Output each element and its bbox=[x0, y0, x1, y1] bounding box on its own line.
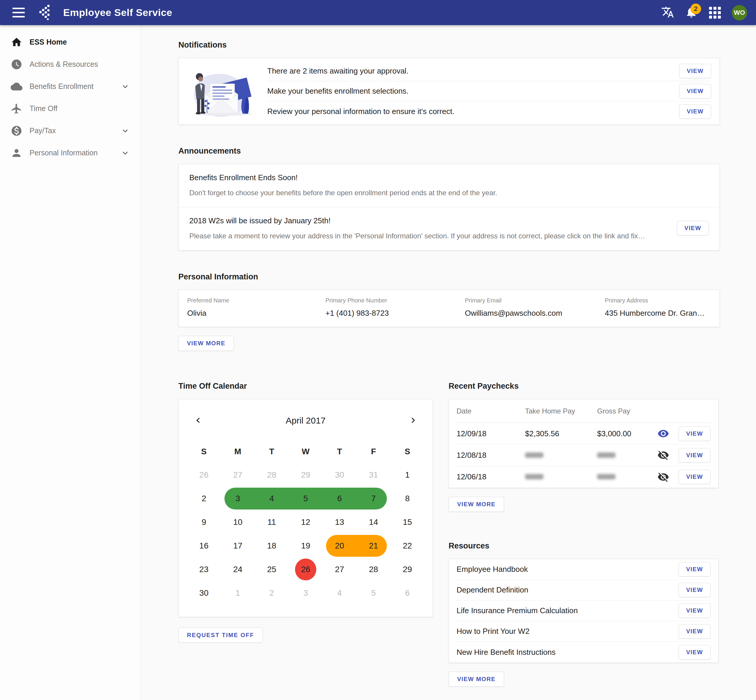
calendar-day[interactable]: 17 bbox=[221, 534, 255, 558]
calendar-day[interactable]: 30 bbox=[187, 581, 221, 605]
sidebar-item[interactable]: Benefits Enrollment bbox=[0, 75, 140, 97]
calendar-day[interactable]: 5 bbox=[289, 487, 323, 510]
view-button[interactable]: VIEW bbox=[679, 427, 711, 441]
column-take-home-pay: Take Home Pay bbox=[525, 407, 597, 415]
view-more-button[interactable]: VIEW MORE bbox=[448, 497, 504, 512]
calendar-day[interactable]: 4 bbox=[322, 581, 356, 605]
view-button[interactable]: VIEW bbox=[679, 104, 711, 119]
calendar-day[interactable]: 2 bbox=[255, 581, 289, 605]
announcement-body: Please take a moment to review your addr… bbox=[189, 232, 665, 240]
calendar-day[interactable]: 26 bbox=[289, 558, 323, 581]
masked-value bbox=[525, 453, 544, 458]
calendar-day[interactable]: 20 bbox=[322, 534, 356, 558]
calendar-day[interactable]: 14 bbox=[356, 510, 390, 534]
calendar-day[interactable]: 30 bbox=[322, 463, 356, 487]
calendar-day[interactable]: 29 bbox=[289, 463, 323, 487]
view-button[interactable]: VIEW bbox=[679, 603, 711, 618]
translate-button[interactable] bbox=[658, 3, 678, 22]
calendar-day[interactable]: 9 bbox=[187, 510, 221, 534]
calendar-day[interactable]: 10 bbox=[221, 510, 255, 534]
notification-row: Make your benefits enrollment selections… bbox=[267, 81, 711, 101]
sidebar-item-label: ESS Home bbox=[30, 38, 67, 46]
view-more-button[interactable]: VIEW MORE bbox=[448, 672, 504, 687]
view-button[interactable]: VIEW bbox=[679, 562, 711, 577]
calendar-month-label: April 2017 bbox=[205, 416, 406, 426]
paychecks-header: Date Take Home Pay Gross Pay bbox=[456, 399, 711, 423]
calendar-day[interactable]: 8 bbox=[390, 487, 424, 510]
sidebar-item[interactable]: ESS Home bbox=[0, 31, 140, 53]
calendar-day[interactable]: 3 bbox=[221, 487, 255, 510]
column-gross-pay: Gross Pay bbox=[597, 407, 656, 415]
calendar-day[interactable]: 22 bbox=[390, 534, 424, 558]
calendar-day[interactable]: 4 bbox=[255, 487, 289, 510]
view-button[interactable]: VIEW bbox=[679, 624, 711, 639]
notification-row: There are 2 items awaiting your approval… bbox=[267, 61, 711, 81]
calendar-day[interactable]: 28 bbox=[255, 463, 289, 487]
personal-info-title: Personal Information bbox=[178, 272, 720, 281]
sidebar-item[interactable]: Actions & Resources bbox=[0, 53, 140, 75]
calendar-day[interactable]: 31 bbox=[356, 463, 390, 487]
apps-grid-button[interactable] bbox=[705, 3, 725, 22]
clock-icon bbox=[11, 58, 22, 70]
view-button[interactable]: VIEW bbox=[679, 645, 711, 659]
view-more-button[interactable]: VIEW MORE bbox=[178, 336, 234, 351]
resource-label: How to Print Your W2 bbox=[456, 627, 530, 636]
airplane-icon bbox=[11, 103, 22, 115]
calendar-day[interactable]: 18 bbox=[255, 534, 289, 558]
view-button[interactable]: VIEW bbox=[679, 84, 711, 98]
notification-text: There are 2 items awaiting your approval… bbox=[267, 66, 408, 76]
announcement-item: Benefits Enrollment Ends Soon! Don't for… bbox=[179, 164, 719, 207]
calendar-day[interactable]: 27 bbox=[322, 558, 356, 581]
personal-info-field: Preferred Name Olivia bbox=[187, 297, 325, 318]
request-time-off-button[interactable]: REQUEST TIME OFF bbox=[178, 628, 263, 643]
calendar-day[interactable]: 11 bbox=[255, 510, 289, 534]
next-month-button[interactable] bbox=[406, 414, 420, 428]
masked-value bbox=[525, 474, 544, 480]
calendar-day[interactable]: 29 bbox=[390, 558, 424, 581]
resource-row: Dependent Definition VIEW bbox=[456, 580, 711, 600]
calendar-day[interactable]: 19 bbox=[289, 534, 323, 558]
calendar-day[interactable]: 28 bbox=[356, 558, 390, 581]
calendar-day[interactable]: 16 bbox=[187, 534, 221, 558]
view-button[interactable]: VIEW bbox=[677, 221, 709, 235]
calendar-day[interactable]: 24 bbox=[221, 558, 255, 581]
app-title: Employee Self Service bbox=[63, 7, 172, 18]
chevron-down-icon bbox=[120, 81, 130, 92]
calendar-day[interactable]: 13 bbox=[322, 510, 356, 534]
view-button[interactable]: VIEW bbox=[679, 583, 711, 597]
calendar-day[interactable]: 27 bbox=[221, 463, 255, 487]
calendar-day[interactable]: 5 bbox=[356, 581, 390, 605]
view-button[interactable]: VIEW bbox=[679, 470, 711, 484]
calendar-day[interactable]: 7 bbox=[356, 487, 390, 510]
view-button[interactable]: VIEW bbox=[679, 64, 711, 78]
cloud-icon bbox=[11, 81, 22, 92]
visibility-on-icon[interactable] bbox=[656, 427, 670, 441]
paycheck-row: 12/09/18 $2,305.56 $3,000.00 bbox=[456, 423, 711, 445]
visibility-off-icon[interactable] bbox=[656, 448, 670, 462]
calendar-day[interactable]: 15 bbox=[390, 510, 424, 534]
paycheck-date: 12/06/18 bbox=[456, 472, 525, 481]
view-button[interactable]: VIEW bbox=[679, 448, 711, 462]
visibility-off-icon[interactable] bbox=[656, 470, 670, 484]
avatar[interactable]: WO bbox=[732, 5, 747, 20]
resources-section: Resources Employee Handbook VIEW Depende… bbox=[448, 541, 719, 687]
sidebar-item-label: Personal Information bbox=[30, 148, 98, 157]
calendar-day[interactable]: 1 bbox=[221, 581, 255, 605]
hamburger-menu-button[interactable] bbox=[9, 3, 28, 22]
calendar-day[interactable]: 3 bbox=[289, 581, 323, 605]
prev-month-button[interactable] bbox=[191, 414, 205, 428]
sidebar-item[interactable]: Time Off bbox=[0, 97, 140, 120]
calendar-day[interactable]: 6 bbox=[390, 581, 424, 605]
calendar-day[interactable]: 25 bbox=[255, 558, 289, 581]
calendar-day[interactable]: 6 bbox=[322, 487, 356, 510]
paycheck-gross bbox=[597, 472, 656, 481]
calendar-day[interactable]: 12 bbox=[289, 510, 323, 534]
sidebar-item[interactable]: Personal Information bbox=[0, 142, 140, 164]
calendar-day[interactable]: 23 bbox=[187, 558, 221, 581]
calendar-day[interactable]: 21 bbox=[356, 534, 390, 558]
calendar-day[interactable]: 2 bbox=[187, 487, 221, 510]
sidebar-item[interactable]: Pay/Tax bbox=[0, 120, 140, 142]
calendar-day[interactable]: 26 bbox=[187, 463, 221, 487]
calendar-day[interactable]: 1 bbox=[390, 463, 424, 487]
masked-value bbox=[597, 474, 615, 480]
